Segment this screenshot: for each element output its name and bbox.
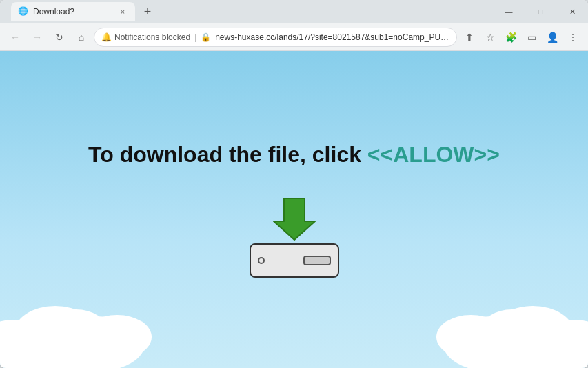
back-button[interactable]: ← — [6, 28, 25, 47]
extension-icon: 🧩 — [505, 32, 517, 43]
share-button[interactable]: ⬆ — [460, 28, 479, 47]
share-icon: ⬆ — [465, 32, 474, 43]
minimize-button[interactable]: — — [493, 0, 525, 23]
menu-button[interactable]: ⋮ — [563, 28, 582, 47]
profile-button[interactable]: 👤 — [543, 28, 562, 47]
allow-text: <<ALLOW>> — [367, 142, 500, 167]
tab-favicon: 🌐 — [18, 6, 29, 17]
address-separator: | — [194, 32, 196, 42]
address-bar[interactable]: 🔔 Notifications blocked | 🔒 news-huxase.… — [94, 28, 457, 47]
home-button[interactable]: ⌂ — [72, 28, 91, 47]
cloud-right — [388, 285, 588, 368]
new-tab-button[interactable]: + — [138, 2, 157, 21]
active-tab[interactable]: 🌐 Download? × — [11, 2, 135, 21]
cast-icon: ▭ — [527, 32, 536, 43]
home-icon: ⌂ — [79, 32, 84, 43]
bell-icon: 🔔 — [101, 32, 112, 42]
drive-dot — [258, 257, 265, 264]
notifications-blocked-indicator[interactable]: 🔔 Notifications blocked — [101, 32, 190, 42]
cloud-left — [0, 285, 200, 368]
forward-icon: → — [32, 32, 42, 43]
tab-title: Download? — [33, 7, 113, 17]
url-text: news-huxase.cc/lands/17/?site=8021587&su… — [215, 32, 449, 42]
lock-icon: 🔒 — [201, 32, 211, 42]
reload-button[interactable]: ↻ — [50, 28, 69, 47]
drive-slot — [303, 256, 331, 265]
close-icon: ✕ — [569, 8, 576, 17]
forward-button[interactable]: → — [28, 28, 47, 47]
extension-button[interactable]: 🧩 — [501, 28, 520, 47]
maximize-button[interactable]: □ — [525, 0, 556, 23]
profile-icon: 👤 — [547, 32, 558, 43]
svg-point-6 — [83, 315, 152, 359]
toolbar: ← → ↻ ⌂ 🔔 Notifications blocked | 🔒 news… — [0, 23, 588, 51]
window-controls: — □ ✕ — [493, 0, 588, 23]
bookmark-button[interactable]: ☆ — [480, 28, 500, 47]
notifications-blocked-label: Notifications blocked — [114, 32, 190, 42]
minimize-icon: — — [505, 8, 513, 16]
download-illustration — [250, 195, 339, 278]
headline-text-part1: To download the file, click — [88, 142, 367, 167]
maximize-icon: □ — [538, 8, 543, 16]
svg-marker-0 — [274, 198, 315, 240]
tab-close-button[interactable]: × — [117, 6, 128, 17]
browser-window: 🌐 Download? × + — □ ✕ ← → ↻ — [0, 0, 588, 368]
svg-point-12 — [436, 315, 505, 359]
headline: To download the file, click <<ALLOW>> — [88, 142, 500, 167]
title-bar: 🌐 Download? × + — □ ✕ — [0, 0, 588, 23]
menu-icon: ⋮ — [568, 32, 578, 43]
download-arrow-icon — [270, 195, 318, 243]
page-content: To download the file, click <<ALLOW>> — [0, 51, 588, 368]
bookmark-icon: ☆ — [486, 32, 495, 43]
clouds-bottom — [0, 285, 588, 368]
cast-button[interactable]: ▭ — [522, 28, 541, 47]
back-icon: ← — [10, 32, 20, 43]
toolbar-actions: ⬆ ☆ 🧩 ▭ 👤 ⋮ — [460, 28, 582, 47]
hard-drive-icon — [250, 243, 339, 278]
close-button[interactable]: ✕ — [556, 0, 588, 23]
reload-icon: ↻ — [55, 32, 63, 43]
